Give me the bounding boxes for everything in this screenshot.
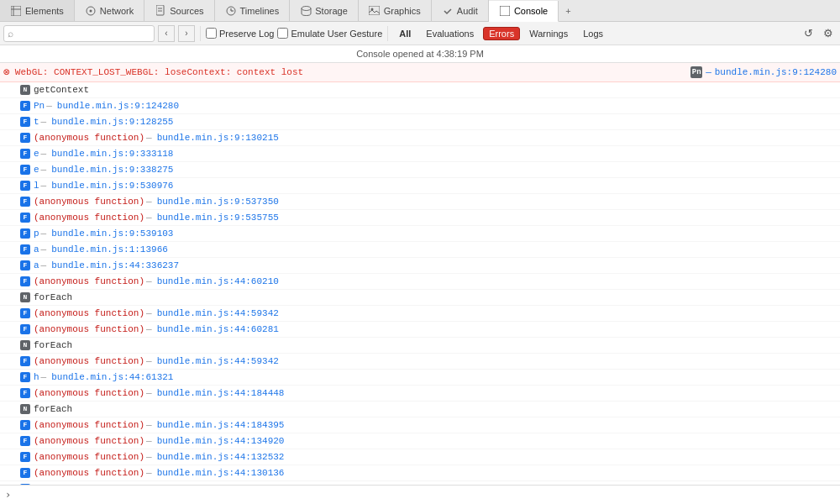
stack-frame[interactable]: F(anonymous function) — bundle.min.js:44…: [0, 386, 840, 402]
tab-console[interactable]: Console: [489, 1, 559, 22]
error-header[interactable]: ⊗ WebGL: CONTEXT_LOST_WEBGL: loseContext…: [0, 63, 840, 82]
emulate-gesture-label[interactable]: Emulate User Gesture: [277, 28, 382, 39]
function-frame-icon: F: [20, 213, 30, 223]
svg-rect-5: [156, 5, 164, 15]
search-box[interactable]: ⌕: [3, 25, 155, 42]
search-input[interactable]: [15, 29, 141, 39]
error-location-link[interactable]: bundle.min.js:9:124280: [715, 67, 837, 77]
nav-forward-button[interactable]: ›: [178, 25, 195, 42]
frame-location[interactable]: bundle.min.js:44:134920: [157, 434, 285, 448]
emulate-gesture-checkbox[interactable]: [277, 28, 288, 39]
preserve-log-checkbox[interactable]: [206, 28, 217, 39]
frame-location[interactable]: bundle.min.js:9:530976: [51, 179, 173, 192]
frame-location[interactable]: bundle.min.js:9:124280: [57, 99, 179, 113]
stack-frame[interactable]: NforEach: [0, 290, 840, 306]
stack-frame[interactable]: NgetContext: [0, 82, 840, 98]
toolbar: ⌕ ‹ › Preserve Log Emulate User Gesture …: [0, 22, 840, 45]
frame-location[interactable]: bundle.min.js:1:13966: [51, 243, 168, 256]
filter-evaluations-button[interactable]: Evaluations: [420, 27, 480, 40]
frame-location[interactable]: bundle.min.js:44:61321: [51, 370, 173, 384]
frame-name: forEach: [34, 291, 72, 304]
tab-sources-label: Sources: [170, 6, 203, 16]
filter-all-button[interactable]: All: [393, 27, 417, 40]
frame-location[interactable]: bundle.min.js:44:184395: [157, 418, 285, 432]
stack-frame[interactable]: FPn — bundle.min.js:9:124280: [0, 98, 840, 114]
stack-frame[interactable]: F(anonymous function) — bundle.min.js:44…: [0, 433, 840, 449]
frame-location[interactable]: bundle.min.js:44:184448: [157, 386, 285, 400]
stack-frame[interactable]: F(anonymous function) — bundle.min.js:44…: [0, 465, 840, 481]
tab-network[interactable]: Network: [75, 0, 144, 21]
console-content[interactable]: ⊗ WebGL: CONTEXT_LOST_WEBGL: loseContext…: [0, 63, 840, 485]
tab-elements[interactable]: Elements: [0, 0, 75, 21]
filter-errors-button[interactable]: Errors: [483, 27, 520, 40]
frame-location[interactable]: bundle.min.js:44:60281: [157, 323, 279, 336]
frame-separator: —: [146, 418, 152, 432]
frame-location[interactable]: bundle.min.js:9:333118: [51, 147, 173, 160]
frame-name: p: [34, 227, 39, 240]
stack-frame[interactable]: F(anonymous function) — bundle.min.js:44…: [0, 306, 840, 322]
stack-frame[interactable]: F(anonymous function) — bundle.min.js:9:…: [0, 130, 840, 146]
stack-frame[interactable]: NforEach: [0, 338, 840, 354]
tab-storage[interactable]: Storage: [290, 0, 359, 21]
tab-timelines[interactable]: Timelines: [215, 0, 291, 21]
stack-frame[interactable]: F(anonymous function) — bundle.min.js:44…: [0, 354, 840, 370]
console-input[interactable]: [14, 490, 835, 501]
frame-location[interactable]: bundle.min.js:9:128255: [51, 115, 173, 129]
frame-name: (anonymous function): [34, 211, 144, 224]
console-input-row: ›: [0, 485, 840, 504]
stack-frame[interactable]: F(anonymous function) — bundle.min.js:44…: [0, 449, 840, 465]
function-frame-icon: F: [20, 117, 30, 127]
refresh-icon[interactable]: ↺: [800, 25, 816, 42]
frame-location[interactable]: bundle.min.js:44:130136: [157, 466, 285, 480]
tab-audit[interactable]: Audit: [432, 0, 489, 21]
filter-logs-button[interactable]: Logs: [577, 27, 609, 40]
frame-location[interactable]: bundle.min.js:44:132532: [157, 450, 285, 464]
frame-location[interactable]: bundle.min.js:44:336237: [51, 259, 179, 272]
frame-separator: —: [41, 115, 47, 129]
stack-frame[interactable]: F(anonymous function) — bundle.min.js:44…: [0, 322, 840, 338]
frame-location[interactable]: bundle.min.js:44:60210: [157, 275, 279, 288]
stack-frame[interactable]: Ft — bundle.min.js:9:128255: [0, 114, 840, 130]
frame-location[interactable]: bundle.min.js:9:130215: [157, 131, 279, 144]
stack-frame[interactable]: Fe — bundle.min.js:9:333118: [0, 146, 840, 162]
stack-frame[interactable]: F(anonymous function) — bundle.min.js:44…: [0, 417, 840, 433]
frame-location[interactable]: bundle.min.js:9:338275: [51, 163, 173, 176]
function-frame-icon: F: [20, 308, 30, 318]
frame-name: a: [34, 259, 39, 272]
frame-location[interactable]: bundle.min.js:9:535755: [157, 211, 279, 224]
sources-icon: [155, 5, 166, 17]
stack-frame[interactable]: NforEach: [0, 402, 840, 417]
add-tab-button[interactable]: +: [559, 0, 577, 21]
preserve-log-label[interactable]: Preserve Log: [206, 28, 274, 39]
location-badge-icon: Pn: [690, 66, 702, 78]
function-frame-icon: F: [20, 260, 30, 270]
stack-frame[interactable]: Fp — bundle.min.js:9:539103: [0, 226, 840, 242]
stack-frame[interactable]: Fa — bundle.min.js:1:13966: [0, 242, 840, 258]
stack-frame[interactable]: F(anonymous function) — bundle.min.js:44…: [0, 274, 840, 290]
settings-icon[interactable]: ⚙: [820, 25, 837, 42]
nav-back-button[interactable]: ‹: [158, 25, 175, 42]
error-circle-icon: ⊗: [3, 66, 10, 79]
tab-graphics[interactable]: Graphics: [359, 0, 432, 21]
frame-separator: —: [146, 323, 152, 336]
stack-frame[interactable]: F(anonymous function) — bundle.min.js:9:…: [0, 210, 840, 226]
frame-separator: —: [146, 211, 152, 224]
stack-frame[interactable]: Fl — bundle.min.js:9:530976: [0, 178, 840, 194]
stack-frame[interactable]: Fa — bundle.min.js:44:336237: [0, 258, 840, 274]
filter-warnings-button[interactable]: Warnings: [523, 27, 574, 40]
stack-frame[interactable]: Fh — bundle.min.js:44:61321: [0, 370, 840, 386]
error-location[interactable]: Pn — bundle.min.js:9:124280: [690, 66, 837, 78]
frame-name: (anonymous function): [34, 450, 144, 464]
frame-location[interactable]: bundle.min.js:9:539103: [51, 227, 173, 240]
frame-separator: —: [146, 307, 152, 320]
frame-location[interactable]: bundle.min.js:44:59342: [157, 354, 279, 368]
frame-name: (anonymous function): [34, 418, 144, 432]
stack-frame[interactable]: Fe — bundle.min.js:9:338275: [0, 162, 840, 178]
frame-name: e: [34, 147, 39, 160]
frame-location[interactable]: bundle.min.js:9:537350: [157, 195, 279, 208]
tab-sources[interactable]: Sources: [144, 0, 214, 21]
frame-separator: —: [146, 275, 152, 288]
function-frame-icon: F: [20, 165, 30, 175]
frame-location[interactable]: bundle.min.js:44:59342: [157, 307, 279, 320]
stack-frame[interactable]: F(anonymous function) — bundle.min.js:9:…: [0, 194, 840, 210]
